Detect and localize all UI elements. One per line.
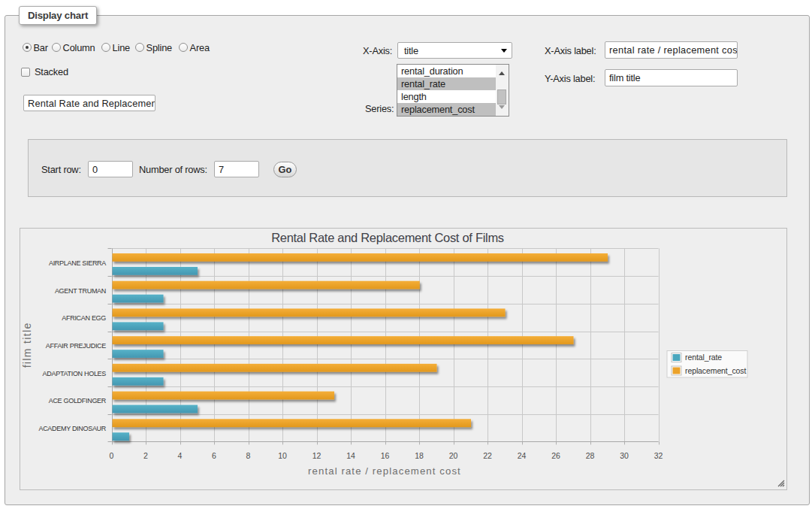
svg-text:16: 16 (381, 451, 390, 460)
svg-text:32: 32 (654, 451, 663, 460)
svg-text:AFRICAN EGG: AFRICAN EGG (62, 314, 106, 322)
svg-text:18: 18 (415, 451, 424, 460)
svg-text:24: 24 (518, 451, 527, 460)
svg-text:Rental Rate and Replacement Co: Rental Rate and Replacement Cost of Film… (271, 231, 504, 244)
svg-text:4: 4 (178, 451, 183, 460)
svg-text:6: 6 (212, 451, 216, 460)
svg-text:AFFAIR PREJUDICE: AFFAIR PREJUDICE (46, 342, 107, 350)
svg-text:8: 8 (246, 451, 251, 460)
svg-text:film title: film title (21, 322, 33, 368)
svg-text:rental_rate: rental_rate (685, 353, 722, 362)
svg-text:10: 10 (278, 451, 287, 460)
svg-text:28: 28 (586, 451, 595, 460)
svg-text:2: 2 (143, 451, 148, 460)
svg-text:20: 20 (449, 451, 458, 460)
svg-text:AIRPLANE SIERRA: AIRPLANE SIERRA (49, 259, 106, 267)
svg-text:AGENT TRUMAN: AGENT TRUMAN (55, 287, 106, 295)
svg-text:ACE GOLDFINGER: ACE GOLDFINGER (49, 397, 107, 404)
svg-text:ACADEMY DINOSAUR: ACADEMY DINOSAUR (38, 425, 106, 432)
svg-text:14: 14 (346, 451, 355, 460)
svg-text:ADAPTATION HOLES: ADAPTATION HOLES (43, 370, 107, 377)
svg-text:0: 0 (110, 451, 114, 460)
svg-text:26: 26 (551, 451, 560, 460)
svg-text:rental rate / replacement cost: rental rate / replacement cost (308, 465, 461, 477)
svg-text:replacement_cost: replacement_cost (685, 366, 746, 375)
svg-text:12: 12 (312, 451, 321, 460)
svg-text:22: 22 (483, 451, 492, 460)
svg-text:30: 30 (620, 451, 629, 460)
